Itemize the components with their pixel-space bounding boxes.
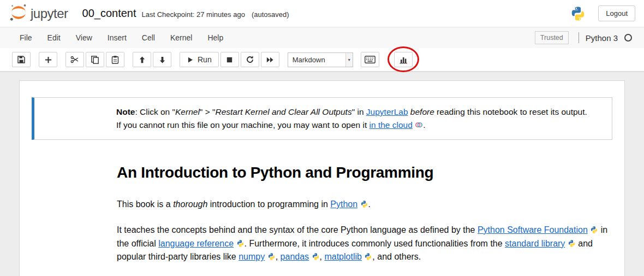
stop-icon [225,56,234,64]
python-logo-icon [364,252,372,261]
menu-file[interactable]: File [12,30,40,46]
run-button[interactable]: Run [180,52,219,67]
header: jupyter 00_content Last Checkpoint: 27 m… [0,0,644,27]
jupyter-logo[interactable]: jupyter [9,3,68,25]
trusted-badge[interactable]: Trusted [535,31,569,44]
cut-icon [70,55,79,64]
python-logo-icon [590,225,598,234]
python-logo-icon [236,239,245,248]
run-icon [187,56,194,63]
jupyter-logo-icon [9,3,28,25]
bold-text: Note [116,107,135,116]
add-cell-button[interactable] [39,52,57,67]
save-button[interactable] [12,52,31,67]
link-python-software-foundation[interactable]: Python Software Foundation [478,225,588,234]
notebook-title[interactable]: 00_content [82,7,136,20]
add-cell-icon [44,56,52,64]
interrupt-kernel-button[interactable] [220,52,239,67]
logout-button[interactable]: Logout [598,5,635,21]
kernel-name-label: Python 3 [586,33,618,43]
note-text: Note: Click on "Kernel" > "Restart Kerne… [116,107,587,130]
menu-view[interactable]: View [68,30,100,46]
fast-forward-icon [266,56,274,64]
chart-icon [399,55,408,64]
menubar-divider [579,32,579,43]
link-in-the-cloud[interactable]: in the cloud [369,120,413,130]
menu-edit[interactable]: Edit [40,30,68,46]
run-label: Run [198,55,212,64]
paste-icon [111,55,120,64]
python-logo-icon [267,252,276,261]
move-cell-down-button[interactable] [153,52,171,67]
move-up-icon [138,56,146,64]
link-python[interactable]: Python [330,199,357,209]
copy-icon [91,55,99,64]
paste-cell-button[interactable] [106,52,124,67]
markdown-paragraph-1: This book is a thorough introduction to … [117,198,612,212]
move-down-icon [158,56,166,64]
toolbar: Run Markdown ▾ [0,48,644,72]
command-palette-button[interactable] [361,52,379,67]
restart-kernel-button[interactable] [241,52,259,67]
move-cell-up-button[interactable] [133,52,151,67]
notebook-container: Note: Click on "Kernel" > "Restart Kerne… [19,80,625,276]
restart-run-all-button[interactable] [261,52,279,67]
binder-logo-icon [415,120,423,130]
link-numpy[interactable]: numpy [238,252,265,261]
link-matplotlib[interactable]: matplotlib [324,252,361,261]
jupyter-wordmark: jupyter [31,6,68,21]
italic-text: Restart Kernel and Clear All Outputs [216,107,352,116]
copy-cell-button[interactable] [86,52,104,67]
cut-cell-button[interactable] [65,52,84,67]
italic-text: thorough [173,199,207,209]
link-jupyterlab[interactable]: JupyterLab [366,107,408,116]
python-logo-icon [360,199,368,209]
menu-kernel[interactable]: Kernel [163,30,200,46]
menu-cell[interactable]: Cell [134,30,163,46]
dropdown-arrow-icon: ▾ [345,53,353,67]
python-logo-icon [312,252,320,261]
link-standard-library[interactable]: standard library [505,239,565,248]
chart-button[interactable] [394,52,413,67]
notebook-area: Note: Click on "Kernel" > "Restart Kerne… [0,72,644,276]
menubar: File Edit View Insert Cell Kernel Help T… [0,27,644,48]
cell-type-select[interactable]: Markdown ▾ [288,52,353,67]
autosave-status: (autosaved) [252,10,289,19]
markdown-paragraph-2: It teaches the concepts behind and the s… [117,224,612,264]
restart-icon [246,55,254,64]
kernel-idle-icon [624,34,632,42]
menu-insert[interactable]: Insert [100,30,134,46]
python-logo-icon [568,239,576,248]
save-icon [17,55,26,64]
python-logo-icon [570,5,586,22]
italic-text: Kernel [175,107,200,116]
cell-type-selected: Markdown [288,56,325,64]
link-pandas[interactable]: pandas [281,252,309,261]
note-cell[interactable]: Note: Click on "Kernel" > "Restart Kerne… [32,97,612,140]
italic-text: before [410,107,434,116]
menu-help[interactable]: Help [200,30,231,46]
link-language-reference[interactable]: language reference [158,239,234,248]
checkpoint-status: Last Checkpoint: 27 minutes ago [142,10,245,19]
page-title: An Introduction to Python and Programmin… [117,164,603,181]
keyboard-icon [365,56,375,63]
